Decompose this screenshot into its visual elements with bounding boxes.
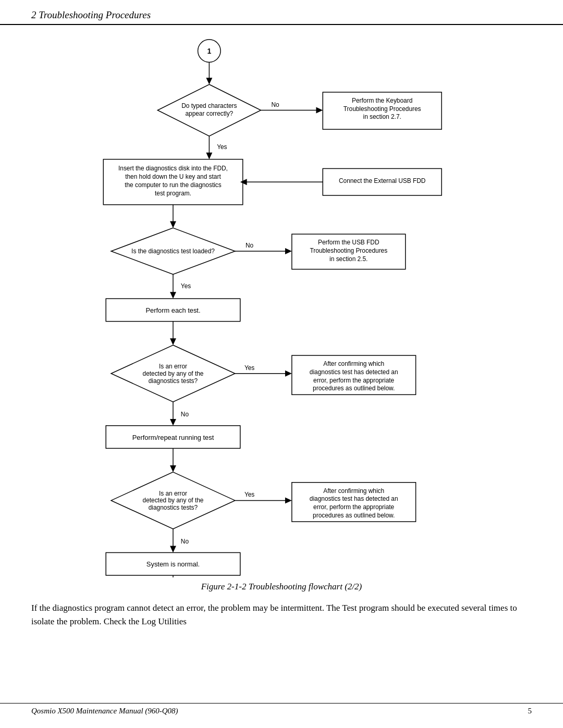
- svg-text:in section 2.5.: in section 2.5.: [329, 255, 368, 263]
- svg-text:in section 2.7.: in section 2.7.: [363, 113, 401, 120]
- svg-text:the computer to run the diagno: the computer to run the diagnostics: [125, 181, 222, 189]
- svg-text:No: No: [272, 101, 280, 108]
- page-footer: Qosmio X500 Maintenance Manual (960-Q08)…: [0, 703, 563, 719]
- svg-marker-68: [285, 497, 292, 503]
- svg-text:error, perform the appropriate: error, perform the appropriate: [313, 377, 395, 384]
- flowchart-area: 1 Do typed characters appear correctly? …: [0, 25, 563, 592]
- svg-text:Is an error: Is an error: [159, 363, 187, 370]
- svg-text:Is the diagnostics test loaded: Is the diagnostics test loaded?: [131, 248, 215, 255]
- svg-marker-57: [170, 419, 176, 426]
- svg-marker-8: [316, 107, 323, 114]
- svg-text:After confirming which: After confirming which: [323, 360, 384, 367]
- svg-marker-15: [206, 153, 212, 159]
- svg-text:error, perform the appropriate: error, perform the appropriate: [313, 503, 395, 511]
- svg-text:diagnostics test has detected : diagnostics test has detected an: [310, 495, 398, 502]
- svg-text:Perform/repeat running test: Perform/repeat running test: [132, 434, 214, 441]
- svg-marker-49: [285, 371, 292, 377]
- svg-text:No: No: [246, 242, 254, 249]
- svg-marker-31: [285, 248, 292, 254]
- footer-left: Qosmio X500 Maintenance Manual (960-Q08): [31, 707, 178, 715]
- svg-text:Is an error: Is an error: [159, 490, 187, 497]
- svg-text:Yes: Yes: [181, 282, 191, 290]
- svg-text:appear correctly?: appear correctly?: [185, 110, 233, 117]
- svg-text:diagnostics tests?: diagnostics tests?: [149, 377, 198, 385]
- svg-text:No: No: [181, 538, 189, 545]
- svg-text:diagnostics tests?: diagnostics tests?: [149, 504, 198, 511]
- body-text: If the diagnostics program cannot detect…: [0, 592, 563, 633]
- svg-text:diagnostics test has detected : diagnostics test has detected an: [310, 368, 398, 376]
- svg-text:then hold down the U key and s: then hold down the U key and start: [125, 173, 221, 180]
- svg-text:Troubleshooting Procedures: Troubleshooting Procedures: [344, 105, 421, 113]
- page-title: 2 Troubleshooting Procedures: [31, 9, 151, 20]
- svg-text:Perform the USB FDD: Perform the USB FDD: [318, 239, 379, 246]
- flowchart-svg: 1 Do typed characters appear correctly? …: [31, 30, 532, 577]
- svg-text:Do typed characters: Do typed characters: [181, 102, 237, 109]
- svg-text:1: 1: [207, 47, 211, 55]
- svg-marker-3: [206, 78, 212, 84]
- svg-text:Yes: Yes: [217, 143, 227, 151]
- svg-marker-76: [170, 546, 176, 553]
- svg-text:detected by any of the: detected by any of the: [143, 497, 204, 504]
- svg-text:Troubleshooting Procedures: Troubleshooting Procedures: [310, 247, 387, 254]
- page: 2 Troubleshooting Procedures 1 Do typed …: [0, 0, 563, 728]
- svg-text:Yes: Yes: [244, 364, 254, 372]
- footer-right: 5: [528, 707, 532, 715]
- svg-text:procedures as outlined below.: procedures as outlined below.: [313, 512, 395, 519]
- svg-marker-27: [170, 221, 176, 228]
- svg-text:After confirming which: After confirming which: [323, 487, 384, 495]
- svg-text:System is normal.: System is normal.: [146, 560, 200, 568]
- svg-text:Connect the External USB FDD: Connect the External USB FDD: [339, 177, 425, 184]
- svg-text:Insert the diagnostics disk in: Insert the diagnostics disk into the FDD…: [118, 165, 228, 172]
- page-header: 2 Troubleshooting Procedures: [0, 0, 563, 25]
- svg-text:test program.: test program.: [155, 190, 191, 197]
- svg-marker-62: [170, 465, 176, 472]
- svg-marker-43: [170, 338, 176, 345]
- svg-text:Perform each test.: Perform each test.: [145, 306, 200, 314]
- svg-text:procedures as outlined below.: procedures as outlined below.: [313, 385, 395, 392]
- svg-marker-38: [170, 292, 176, 299]
- svg-text:Yes: Yes: [244, 491, 254, 498]
- svg-text:Perform the Keyboard: Perform the Keyboard: [352, 97, 412, 104]
- figure-caption: Figure 2-1-2 Troubleshooting flowchart (…: [201, 582, 362, 592]
- svg-text:detected by any of the: detected by any of the: [143, 370, 204, 377]
- svg-text:No: No: [181, 411, 189, 418]
